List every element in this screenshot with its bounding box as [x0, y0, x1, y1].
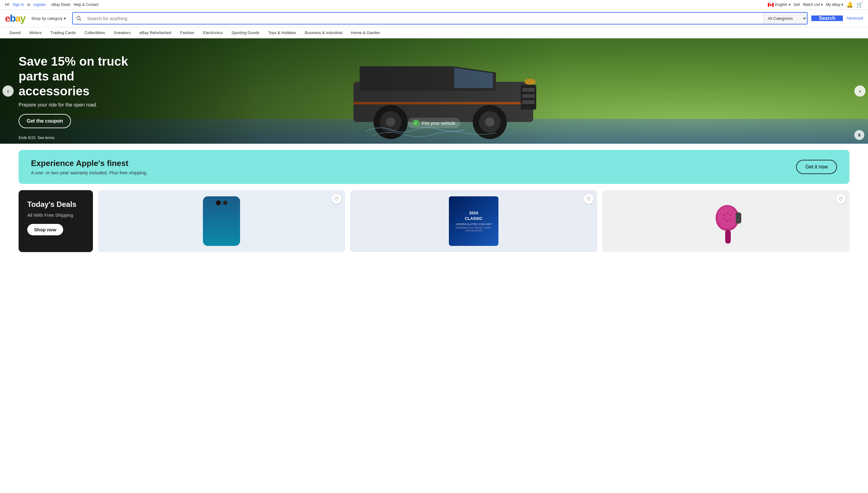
nav-item-sneakers[interactable]: Sneakers [109, 27, 135, 38]
apple-banner: Experience Apple's finest A one- or two-… [19, 150, 849, 184]
apple-banner-subtitle: A one- or two-year warranty included. Pl… [31, 170, 147, 175]
ebay-deals-link[interactable]: eBay Deals [51, 2, 70, 7]
deals-shop-button[interactable]: Shop now [27, 224, 63, 235]
svg-point-19 [717, 206, 737, 229]
register-link[interactable]: register [34, 2, 46, 7]
myebay-button[interactable]: My eBay ▾ [826, 2, 843, 7]
svg-rect-20 [725, 230, 731, 244]
svg-line-1 [80, 19, 81, 20]
chevron-down-icon-shopby: ▾ [64, 16, 66, 21]
search-magnifier-icon [76, 16, 82, 21]
wishlist-button-coin[interactable]: ♡ [584, 194, 594, 204]
hero-title: Save 15% on truck parts and accessories [19, 54, 136, 99]
logo-letter-e: e [5, 13, 10, 24]
fits-label: Fits your vehicle [422, 121, 456, 126]
nav-item-ebay-refurbished[interactable]: eBay Refurbished [135, 27, 176, 38]
checkmark-icon: ✓ [412, 120, 420, 126]
top-bar: Hi! Sign in or register eBay Deals Help … [0, 0, 868, 9]
nav-item-collectibles[interactable]: Collectibles [80, 27, 109, 38]
coin-label: 2024CLASSIC UNCIRCULATED COIN SET ENSEMB… [449, 207, 499, 236]
hero-prev-button[interactable]: ‹ [2, 85, 14, 97]
camera-lens-1 [216, 200, 221, 206]
deals-subtitle: All With Free Shipping [27, 212, 84, 218]
language-label: English [775, 2, 787, 7]
shop-by-label: Shop by category [31, 16, 63, 21]
search-icon [73, 13, 85, 24]
svg-point-24 [726, 212, 728, 214]
hero-subtitle: Prepare your ride for the open road. [19, 102, 136, 108]
header: ebay Shop by category ▾ All Categories S… [0, 9, 868, 27]
chevron-down-icon-watchlist: ▾ [821, 2, 823, 7]
svg-point-26 [723, 219, 725, 220]
notification-bell-icon[interactable]: 🔔 [846, 1, 853, 8]
logo[interactable]: ebay [5, 13, 25, 24]
coin-image: 2024CLASSIC UNCIRCULATED COIN SET ENSEMB… [449, 196, 499, 246]
wishlist-button-hairdryer[interactable]: ♡ [836, 194, 846, 204]
cart-icon[interactable]: 🛒 [856, 1, 863, 8]
camera-lens-2 [223, 201, 227, 205]
main-nav: Saved Motors Trading Cards Collectibles … [0, 27, 868, 38]
hero-content: Save 15% on truck parts and accessories … [19, 54, 136, 128]
flag-icon: 🇨🇦 [768, 2, 774, 8]
hero-cta-button[interactable]: Get the coupon [19, 114, 71, 128]
search-input[interactable] [85, 13, 764, 24]
product-card-phone[interactable]: ♡ [98, 190, 345, 252]
nav-item-saved[interactable]: Saved [5, 27, 25, 38]
deals-section: Today's Deals All With Free Shipping Sho… [19, 190, 849, 252]
hero-pause-button[interactable]: ⏸ [854, 130, 864, 140]
wishlist-button-phone[interactable]: ♡ [332, 194, 341, 204]
nav-item-toys-hobbies[interactable]: Toys & Hobbies [263, 27, 300, 38]
nav-item-business-industrial[interactable]: Business & Industrial [300, 27, 347, 38]
hero-ends-text: Ends 6/23. See terms. [19, 136, 56, 140]
product-card-hairdryer[interactable]: ♡ [602, 190, 849, 252]
logo-letter-y: y [20, 13, 25, 24]
sell-link[interactable]: Sell [793, 2, 800, 7]
advanced-search-link[interactable]: Advanced [847, 16, 863, 20]
hero-next-button[interactable]: › [854, 85, 866, 97]
help-contact-link[interactable]: Help & Contact [73, 2, 99, 7]
language-selector[interactable]: 🇨🇦 English ▾ [768, 2, 790, 8]
nav-item-motors[interactable]: Motors [25, 27, 46, 38]
hero-banner: Save 15% on truck parts and accessories … [0, 38, 868, 144]
nav-item-electronics[interactable]: Electronics [199, 27, 227, 38]
svg-point-27 [726, 220, 728, 222]
svg-point-28 [729, 219, 732, 220]
phone-camera [216, 200, 227, 206]
today-deals-card: Today's Deals All With Free Shipping Sho… [19, 190, 93, 252]
hairdryer-svg [710, 196, 741, 246]
apple-banner-text: Experience Apple's finest A one- or two-… [31, 158, 147, 175]
search-bar: All Categories [72, 12, 808, 24]
watchlist-button[interactable]: Watch List ▾ [803, 2, 823, 7]
nav-item-trading-cards[interactable]: Trading Cards [46, 27, 80, 38]
category-select[interactable]: All Categories [764, 13, 807, 24]
shop-by-category[interactable]: Shop by category ▾ [29, 16, 68, 21]
apple-banner-cta-button[interactable]: Get it now [796, 160, 837, 174]
nav-item-sporting-goods[interactable]: Sporting Goods [227, 27, 263, 38]
watchlist-label: Watch List [803, 2, 820, 7]
svg-rect-22 [736, 212, 740, 223]
hi-text: Hi! [5, 2, 9, 7]
logo-letter-a: a [15, 13, 20, 24]
svg-point-0 [77, 16, 80, 20]
product-card-coin[interactable]: 2024CLASSIC UNCIRCULATED COIN SET ENSEMB… [350, 190, 597, 252]
myebay-label: My eBay [826, 2, 841, 7]
apple-banner-title: Experience Apple's finest [31, 158, 147, 168]
nav-item-fashion[interactable]: Fashion [176, 27, 198, 38]
hairdryer-image [707, 196, 744, 246]
search-button[interactable]: Search [811, 16, 843, 21]
chevron-down-icon: ▾ [789, 2, 790, 7]
svg-point-23 [723, 214, 725, 216]
phone-image [203, 196, 240, 246]
nav-item-home-garden[interactable]: Home & Garden [347, 27, 384, 38]
logo-letter-b: b [10, 13, 16, 24]
or-text: or [27, 2, 30, 7]
chevron-down-icon-myebay: ▾ [841, 2, 843, 7]
signin-link[interactable]: Sign in [13, 2, 24, 7]
svg-point-25 [729, 214, 732, 216]
deals-title: Today's Deals [27, 200, 84, 209]
hero-fits-vehicle: ✓ Fits your vehicle [408, 118, 460, 128]
